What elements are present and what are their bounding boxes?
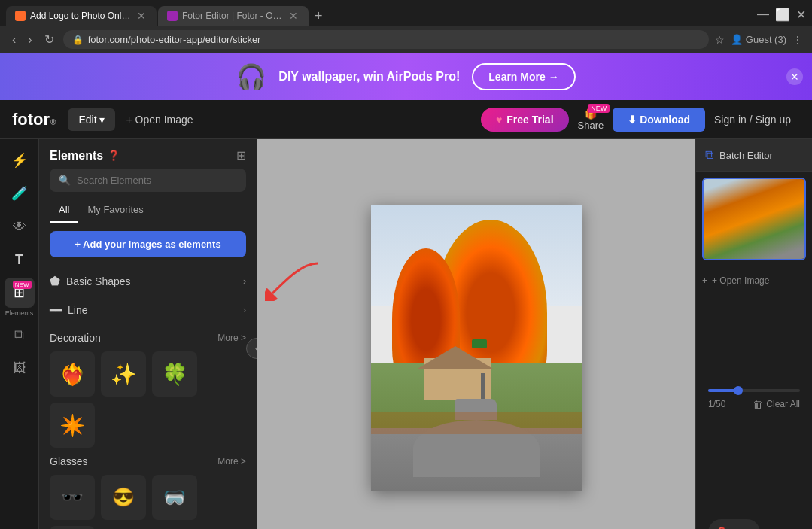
banner-close-button[interactable]: ✕ [786, 68, 803, 85]
photo-sign [472, 339, 487, 348]
guest-avatar-icon: 👤 [731, 34, 743, 45]
refresh-button[interactable]: ↻ [41, 31, 57, 48]
panel-header: Elements ❓ ⊞ [39, 139, 257, 169]
browser-chrome: Add Logo to Photo Online fo... ✕ Fotor E… [0, 0, 812, 53]
tabs-row: All My Favorites [39, 199, 257, 223]
slider-thumb[interactable] [734, 386, 743, 395]
right-panel-footer: ❓ Help [696, 513, 812, 529]
adjust-icon: ⚡ [11, 152, 28, 169]
deco-item-2[interactable]: ✨ [101, 351, 146, 397]
back-button[interactable]: ‹ [9, 32, 19, 48]
line-arrow: › [243, 305, 246, 315]
address-bar[interactable]: 🔒 fotor.com/photo-editor-app/editor/stic… [63, 30, 709, 49]
category-line-left: ━━ Line [50, 304, 87, 316]
new-tab-button[interactable]: + [310, 8, 327, 24]
download-button[interactable]: ⬇ Download [613, 108, 705, 132]
sign-in-button[interactable]: Sign in / Sign up [705, 108, 800, 132]
tab-close-1[interactable]: ✕ [135, 11, 147, 21]
trash-icon: 🗑 [753, 398, 763, 410]
search-input[interactable] [77, 175, 237, 186]
plus-icon: + [702, 275, 707, 286]
thumbnail-area [696, 172, 812, 266]
sidebar-icon-text[interactable]: T [5, 245, 35, 275]
browser-tabs: Add Logo to Photo Online fo... ✕ Fotor E… [0, 0, 812, 26]
guest-button[interactable]: 👤 Guest (3) [731, 34, 786, 45]
category-line[interactable]: ━━ Line › [39, 296, 257, 324]
open-image-right-button[interactable]: + + Open Image [696, 269, 812, 292]
add-elements-button[interactable]: + Add your images as elements [50, 231, 246, 257]
main-layout: ⚡ 🧪 👁 T NEW ⊞ Elements ⧉ 🖼 ⚙ [0, 139, 812, 529]
sidebar-icon-photo[interactable]: 🖼 [5, 353, 35, 383]
tab-favicon-1 [15, 11, 26, 21]
help-icon[interactable]: ❓ [108, 150, 120, 161]
tab-controls: — ⬜ ✕ [757, 8, 806, 25]
maximize-icon[interactable]: ⬜ [775, 8, 790, 22]
tab-close-2[interactable]: ✕ [287, 11, 300, 21]
help-button[interactable]: ❓ Help [708, 519, 760, 529]
share-button[interactable]: NEW 🎁 Share [569, 105, 613, 134]
glasses-more-link[interactable]: More > [217, 456, 246, 467]
close-icon[interactable]: ✕ [796, 8, 806, 22]
browser-tab-1[interactable]: Add Logo to Photo Online fo... ✕ [6, 6, 157, 26]
basic-shapes-icon: ⬟ [50, 274, 60, 288]
slider-area: 1/50 🗑 Clear All [702, 389, 806, 416]
edit-button[interactable]: Edit ▾ [68, 108, 115, 131]
menu-icon[interactable]: ⋮ [792, 34, 803, 46]
elements-label: Elements [5, 309, 34, 317]
pagination-row: 1/50 🗑 Clear All [708, 398, 800, 410]
sidebar-icon-layers[interactable]: ⧉ [5, 320, 35, 350]
eye-icon: 👁 [13, 219, 26, 235]
forward-button[interactable]: › [25, 32, 35, 48]
batch-editor-button[interactable]: ⧉ Batch Editor [696, 139, 812, 172]
sidebar-icon-mask[interactable]: 🧪 [5, 178, 35, 208]
arrow-indicator [265, 256, 325, 304]
deco-item-3[interactable]: 🍀 [152, 351, 197, 397]
thumbnail-image[interactable] [702, 178, 806, 260]
tab-title-1: Add Logo to Photo Online fo... [30, 11, 131, 21]
browser-actions: ☆ 👤 Guest (3) ⋮ [715, 34, 803, 46]
address-text: fotor.com/photo-editor-app/editor/sticke… [88, 34, 261, 45]
thumbnail-photo [704, 179, 804, 259]
browser-tab-2[interactable]: Fotor Editor | Fotor - Online... ✕ [158, 6, 309, 26]
glasses-item-3[interactable]: 🥽 [152, 475, 197, 520]
learn-more-button[interactable]: Learn More → [472, 63, 575, 90]
grid-view-button[interactable]: ⊞ [236, 148, 246, 163]
photo-leaves [371, 412, 582, 434]
line-icon: ━━ [50, 304, 62, 316]
category-basic-shapes-left: ⬟ Basic Shapes [50, 274, 131, 288]
slider-track [708, 389, 800, 392]
sidebar-icon-settings[interactable]: ⚙ [5, 521, 35, 529]
sidebar-icon-eye[interactable]: 👁 [5, 211, 35, 242]
deco-item-1[interactable]: ❤️‍🔥 [50, 351, 95, 397]
text-icon: T [15, 252, 23, 268]
decoration-items: ❤️‍🔥 ✨ 🍀 ✴️ [50, 351, 246, 448]
basic-shapes-arrow: › [243, 276, 246, 287]
tab-all[interactable]: All [50, 199, 78, 223]
layers-icon: ⧉ [14, 327, 24, 343]
open-image-button[interactable]: + Open Image [115, 108, 203, 131]
app-logo: fotor® [12, 110, 56, 129]
elements-new-badge: NEW [13, 281, 32, 289]
deco-item-4[interactable]: ✴️ [50, 403, 95, 448]
browser-addressbar: ‹ › ↻ 🔒 fotor.com/photo-editor-app/edito… [0, 26, 812, 53]
sidebar-item-elements[interactable]: NEW ⊞ Elements [5, 278, 35, 317]
panel-title: Elements ❓ [50, 149, 120, 163]
sidebar-icon-adjust[interactable]: ⚡ [5, 145, 35, 175]
free-trial-button[interactable]: ♥ Free Trial [481, 108, 569, 132]
mask-icon: 🧪 [11, 185, 28, 202]
clear-all-button[interactable]: 🗑 Clear All [753, 398, 800, 410]
glasses-item-1[interactable]: 🕶️ [50, 475, 95, 520]
minimize-icon[interactable]: — [757, 8, 769, 22]
glasses-section: Glasses More > 🕶️ 😎 🥽 👓 [39, 455, 257, 529]
decoration-header: Decoration More > [50, 332, 246, 344]
glasses-item-4[interactable]: 👓 [50, 526, 95, 529]
search-box: 🔍 [50, 169, 246, 192]
bookmark-icon[interactable]: ☆ [715, 34, 725, 46]
tab-favorites[interactable]: My Favorites [78, 199, 152, 223]
photo-sign-pole [481, 373, 485, 400]
category-basic-shapes[interactable]: ⬟ Basic Shapes › [39, 266, 257, 296]
photo-icon: 🖼 [13, 360, 26, 376]
decoration-more-link[interactable]: More > [217, 333, 246, 343]
pagination-text: 1/50 [708, 399, 725, 409]
glasses-item-2[interactable]: 😎 [101, 475, 146, 520]
